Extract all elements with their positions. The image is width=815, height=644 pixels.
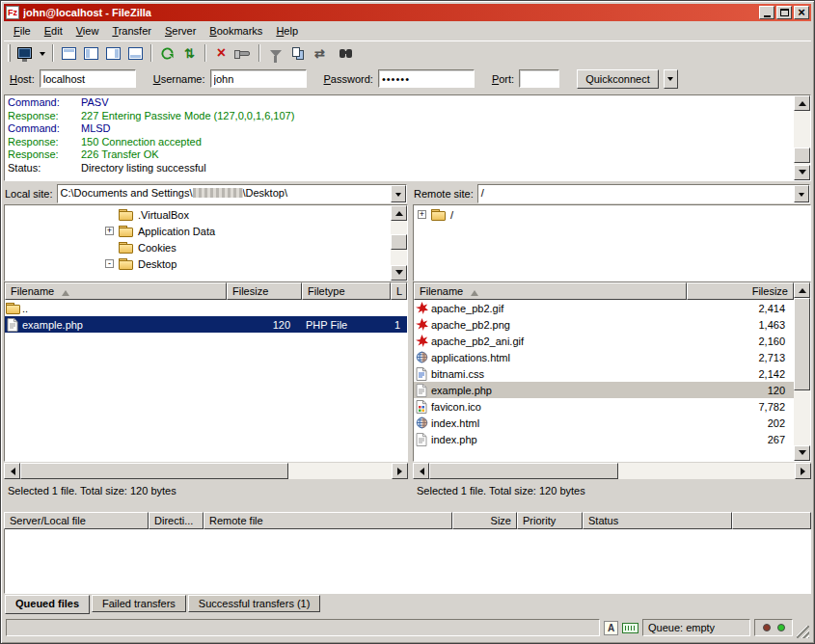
- scroll-thumb[interactable]: [391, 234, 407, 250]
- directory-comparison-button[interactable]: [286, 43, 309, 64]
- file-row[interactable]: apache_pb2.gif 2,414: [414, 300, 794, 316]
- column-header-filetype[interactable]: Filetype: [302, 282, 391, 300]
- file-row[interactable]: apache_pb2_ani.gif 2,160: [414, 333, 794, 349]
- menu-bookmarks[interactable]: Bookmarks: [203, 23, 269, 39]
- log-line: Response:150 Connection accepted: [8, 136, 791, 149]
- scroll-thumb[interactable]: [429, 463, 618, 479]
- scroll-up-button[interactable]: [794, 282, 810, 298]
- file-row[interactable]: favicon.ico 7,782: [414, 398, 794, 415]
- site-manager-dropdown[interactable]: [36, 43, 48, 64]
- column-header-filesize[interactable]: Filesize: [687, 282, 794, 300]
- expander-icon[interactable]: -: [105, 259, 114, 268]
- filter-button[interactable]: [264, 43, 286, 64]
- synchronized-browsing-icon: [314, 46, 325, 61]
- scroll-down-button[interactable]: [794, 165, 810, 180]
- scroll-thumb[interactable]: [20, 463, 288, 479]
- scroll-left-button[interactable]: [413, 463, 429, 479]
- local-site-combo[interactable]: C:\Documents and Settings\\Desktop\: [57, 184, 407, 203]
- refresh-button[interactable]: [156, 43, 178, 64]
- quickconnect-dropdown[interactable]: [664, 69, 678, 89]
- host-input[interactable]: [40, 69, 136, 88]
- scroll-up-button[interactable]: [391, 205, 407, 221]
- maximize-button[interactable]: [776, 6, 792, 19]
- encryption-icon[interactable]: [622, 623, 638, 633]
- scroll-track[interactable]: [429, 463, 795, 479]
- tree-item[interactable]: .VirtualBox: [5, 206, 391, 223]
- tab-successful-transfers[interactable]: Successful transfers (1): [188, 595, 321, 612]
- site-manager-button[interactable]: [14, 43, 36, 64]
- queue-list[interactable]: [4, 529, 811, 594]
- scroll-up-button[interactable]: [794, 95, 810, 111]
- column-header-lastmodified[interactable]: L: [391, 282, 407, 300]
- file-row[interactable]: index.php 267: [414, 431, 794, 447]
- tree-item[interactable]: - Desktop: [5, 255, 391, 272]
- queue-column-status[interactable]: Status: [583, 512, 732, 529]
- scroll-track[interactable]: [20, 463, 392, 479]
- tree-item[interactable]: + Application Data: [5, 223, 391, 239]
- scroll-track[interactable]: [794, 111, 810, 165]
- username-input[interactable]: [210, 69, 307, 88]
- transfer-type-icon[interactable]: [604, 621, 618, 635]
- file-row[interactable]: ..: [5, 300, 407, 316]
- tab-failed-transfers[interactable]: Failed transfers: [92, 595, 186, 612]
- menu-view[interactable]: View: [69, 23, 106, 39]
- scroll-thumb[interactable]: [794, 148, 810, 163]
- local-horizontal-scrollbar[interactable]: [4, 463, 408, 479]
- scroll-left-button[interactable]: [4, 463, 20, 479]
- scroll-down-button[interactable]: [391, 265, 407, 281]
- toggle-remote-tree-button[interactable]: [102, 43, 124, 64]
- expander-icon[interactable]: +: [105, 227, 114, 235]
- file-row-selected[interactable]: example.php 120 PHP File 1: [5, 316, 407, 333]
- tree-item[interactable]: + /: [414, 206, 810, 223]
- scroll-track[interactable]: [794, 298, 810, 445]
- minimize-button[interactable]: [759, 6, 774, 19]
- remote-site-combo[interactable]: /: [477, 184, 810, 203]
- menu-server[interactable]: Server: [158, 23, 203, 39]
- tab-queued-files[interactable]: Queued files: [5, 595, 90, 614]
- toggle-local-tree-button[interactable]: [80, 43, 102, 64]
- file-row[interactable]: index.html 202: [414, 415, 794, 431]
- toolbar-grip[interactable]: [8, 44, 11, 62]
- password-input[interactable]: [378, 69, 475, 88]
- file-row-selected[interactable]: example.php 120: [414, 382, 794, 398]
- queue-column-remote-file[interactable]: Remote file: [204, 512, 452, 529]
- remote-horizontal-scrollbar[interactable]: [413, 463, 811, 479]
- menu-transfer[interactable]: Transfer: [105, 23, 158, 39]
- menu-edit[interactable]: Edit: [38, 23, 69, 39]
- resize-grip[interactable]: [797, 626, 809, 638]
- close-button[interactable]: [794, 6, 809, 19]
- local-tree-scrollbar[interactable]: [391, 205, 407, 281]
- scroll-right-button[interactable]: [795, 463, 811, 479]
- synchronized-browsing-button[interactable]: [309, 43, 331, 64]
- column-header-filename[interactable]: Filename: [5, 282, 227, 300]
- expander-icon[interactable]: +: [418, 210, 426, 219]
- column-header-filename[interactable]: Filename: [414, 282, 687, 300]
- scroll-down-button[interactable]: [794, 445, 810, 461]
- file-row[interactable]: apache_pb2.png 1,463: [414, 316, 794, 333]
- quickconnect-button[interactable]: Quickconnect: [577, 69, 659, 89]
- disconnect-button[interactable]: [232, 43, 255, 64]
- scroll-right-button[interactable]: [392, 463, 408, 479]
- scroll-track[interactable]: [391, 221, 407, 265]
- local-site-dropdown[interactable]: [391, 185, 406, 202]
- toggle-queue-button[interactable]: [124, 43, 147, 64]
- file-row[interactable]: applications.html 2,713: [414, 349, 794, 365]
- menu-file[interactable]: File: [7, 23, 38, 39]
- remote-list-scrollbar[interactable]: [794, 282, 810, 461]
- menu-help[interactable]: Help: [269, 23, 305, 39]
- queue-column-direction[interactable]: Directi...: [149, 512, 204, 529]
- port-input[interactable]: [519, 69, 559, 88]
- tree-item[interactable]: Cookies: [5, 239, 391, 255]
- file-row[interactable]: bitnami.css 2,142: [414, 365, 794, 382]
- cancel-button[interactable]: [210, 43, 232, 64]
- process-queue-button[interactable]: [178, 43, 201, 64]
- queue-column-local-file[interactable]: Server/Local file: [4, 512, 149, 529]
- column-header-filesize[interactable]: Filesize: [227, 282, 302, 300]
- remote-site-dropdown[interactable]: [794, 185, 809, 202]
- queue-column-priority[interactable]: Priority: [517, 512, 583, 529]
- toggle-message-log-button[interactable]: [58, 43, 80, 64]
- queue-column-size[interactable]: Size: [452, 512, 517, 529]
- find-files-button[interactable]: [331, 43, 353, 64]
- scroll-thumb[interactable]: [794, 298, 810, 390]
- log-scrollbar[interactable]: [794, 95, 810, 180]
